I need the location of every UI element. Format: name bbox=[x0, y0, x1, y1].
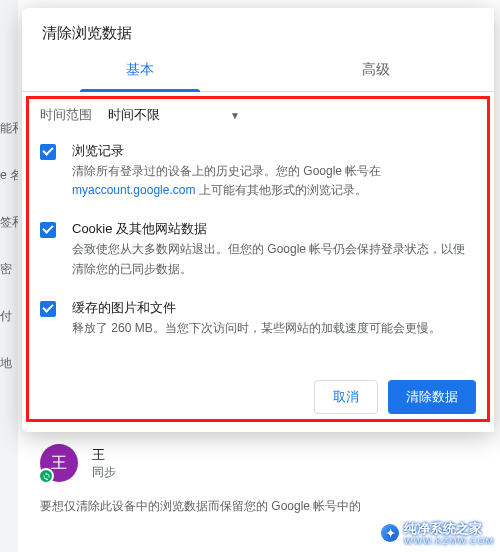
settings-sidebar-fragment: 能和 e 名 签和 密 付 地 bbox=[0, 0, 18, 552]
watermark: ✦ 纯净系统之家 WWW.KZMW.COM bbox=[381, 520, 494, 546]
check-desc: 会致使您从大多数网站退出。但您的 Google 帐号仍会保持登录状态，以便清除您… bbox=[72, 240, 476, 278]
check-title: 缓存的图片和文件 bbox=[72, 299, 441, 317]
watermark-logo-icon: ✦ bbox=[381, 524, 399, 542]
time-range-label: 时间范围 bbox=[40, 106, 92, 124]
watermark-url: WWW.KZMW.COM bbox=[404, 536, 494, 546]
time-range-select[interactable]: 时间不限 ▼ bbox=[108, 106, 240, 124]
watermark-text: 纯净系统之家 bbox=[404, 521, 482, 536]
profile-section: 王 王 同步 bbox=[40, 444, 116, 482]
profile-name: 王 bbox=[92, 446, 116, 464]
clear-data-button[interactable]: 清除数据 bbox=[388, 380, 476, 414]
checkbox-cookies[interactable] bbox=[40, 222, 56, 238]
checkbox-cache[interactable] bbox=[40, 301, 56, 317]
bottom-note: 要想仅清除此设备中的浏览数据而保留您的 Google 帐号中的 bbox=[40, 498, 480, 515]
account-link[interactable]: myaccount.google.com bbox=[72, 183, 195, 197]
check-item-browsing-history: 浏览记录 清除所有登录过的设备上的历史记录。您的 Google 帐号在 myac… bbox=[40, 142, 476, 200]
tab-advanced[interactable]: 高级 bbox=[258, 51, 494, 91]
profile-sync-label: 同步 bbox=[92, 464, 116, 481]
cancel-button[interactable]: 取消 bbox=[314, 380, 378, 414]
time-range-value: 时间不限 bbox=[108, 106, 160, 124]
check-item-cookies: Cookie 及其他网站数据 会致使您从大多数网站退出。但您的 Google 帐… bbox=[40, 220, 476, 278]
dialog-title: 清除浏览数据 bbox=[22, 8, 494, 51]
chevron-down-icon: ▼ bbox=[230, 110, 240, 121]
avatar[interactable]: 王 bbox=[40, 444, 78, 482]
check-desc: 清除所有登录过的设备上的历史记录。您的 Google 帐号在 myaccount… bbox=[72, 162, 381, 200]
dialog-tabs: 基本 高级 bbox=[22, 51, 494, 92]
check-desc: 释放了 260 MB。当您下次访问时，某些网站的加载速度可能会更慢。 bbox=[72, 319, 441, 338]
checkbox-browsing-history[interactable] bbox=[40, 144, 56, 160]
dialog-actions: 取消 清除数据 bbox=[22, 366, 494, 432]
avatar-letter: 王 bbox=[51, 453, 67, 474]
tab-basic[interactable]: 基本 bbox=[22, 51, 258, 91]
check-item-cache: 缓存的图片和文件 释放了 260 MB。当您下次访问时，某些网站的加载速度可能会… bbox=[40, 299, 476, 338]
sync-badge-icon bbox=[38, 468, 54, 484]
clear-browsing-data-dialog: 清除浏览数据 基本 高级 时间范围 时间不限 ▼ 浏览记录 清除所有登录过的设备… bbox=[22, 8, 494, 432]
time-range-row: 时间范围 时间不限 ▼ bbox=[40, 106, 476, 124]
check-title: 浏览记录 bbox=[72, 142, 381, 160]
check-title: Cookie 及其他网站数据 bbox=[72, 220, 476, 238]
